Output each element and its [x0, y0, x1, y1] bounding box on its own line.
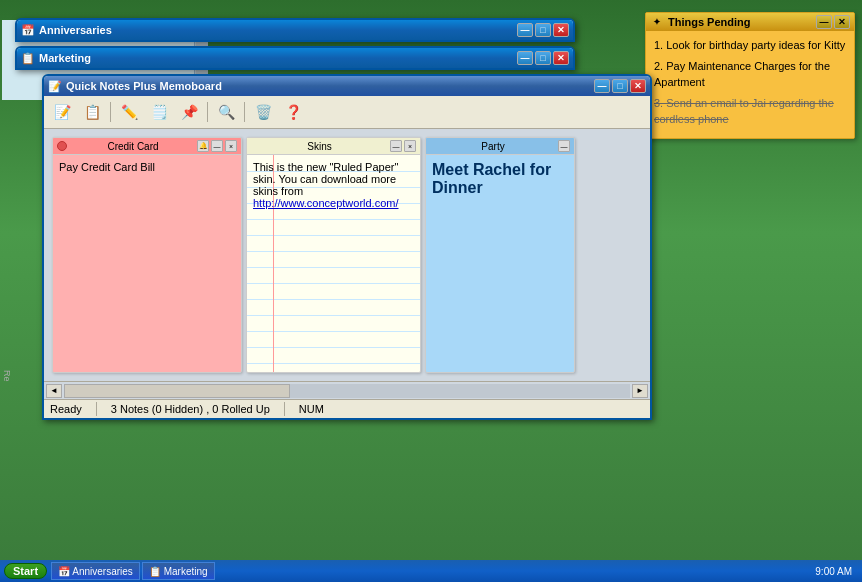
- notes-area: Credit Card 🔔 — × Pay Credit Card Bill S…: [44, 129, 650, 381]
- skins-note: Skins — ×: [246, 137, 421, 373]
- skins-note-link[interactable]: http://www.conceptworld.com/: [253, 197, 399, 209]
- skins-note-title: Skins: [251, 141, 388, 152]
- anniversaries-close-button[interactable]: ✕: [553, 23, 569, 37]
- taskbar-clock: 9:00 AM: [809, 566, 858, 577]
- status-separator-2: [284, 402, 285, 416]
- anniversaries-window: 📅 Anniversaries — □ ✕: [15, 18, 575, 42]
- marketing-window: 📋 Marketing — □ ✕: [15, 46, 575, 70]
- memoboard-content: Credit Card 🔔 — × Pay Credit Card Bill S…: [44, 129, 650, 399]
- marketing-icon: 📋: [21, 51, 35, 65]
- skins-note-body: This is the new "Ruled Paper" skin. You …: [247, 155, 420, 215]
- marketing-title: Marketing: [39, 52, 517, 64]
- credit-card-note-body: Pay Credit Card Bill: [53, 155, 241, 372]
- scrollbar-track[interactable]: [64, 384, 630, 398]
- toolbar-list-button[interactable]: 🗒️: [145, 99, 173, 125]
- anniversaries-maximize-button[interactable]: □: [535, 23, 551, 37]
- memoboard-title: Quick Notes Plus Memoboard: [66, 80, 594, 92]
- toolbar-separator-3: [244, 102, 245, 122]
- memoboard-scrollbar: ◄ ►: [44, 381, 650, 399]
- memoboard-titlebar[interactable]: 📝 Quick Notes Plus Memoboard — □ ✕: [44, 76, 650, 96]
- party-note-body: Meet Rachel for Dinner: [426, 155, 574, 372]
- memoboard-win-buttons: — □ ✕: [594, 79, 646, 93]
- skins-note-minimize-button[interactable]: —: [390, 140, 402, 152]
- anniversaries-win-buttons: — □ ✕: [517, 23, 569, 37]
- things-pending-minimize-button[interactable]: —: [816, 15, 832, 29]
- party-note: Party — Meet Rachel for Dinner: [425, 137, 575, 373]
- things-pending-window: ✦ Things Pending — ✕ 1. Look for birthda…: [645, 12, 855, 139]
- credit-card-note-bell-button[interactable]: 🔔: [197, 140, 209, 152]
- memoboard-minimize-button[interactable]: —: [594, 79, 610, 93]
- party-note-content: Meet Rachel for Dinner: [432, 161, 551, 196]
- marketing-maximize-button[interactable]: □: [535, 51, 551, 65]
- anniversaries-titlebar[interactable]: 📅 Anniversaries — □ ✕: [17, 20, 573, 40]
- marketing-win-buttons: — □ ✕: [517, 51, 569, 65]
- toolbar-help-button[interactable]: ❓: [279, 99, 307, 125]
- credit-card-note-dot: [57, 141, 67, 151]
- credit-card-note-titlebar[interactable]: Credit Card 🔔 — ×: [53, 138, 241, 155]
- scrollbar-left-button[interactable]: ◄: [46, 384, 62, 398]
- toolbar-separator-1: [110, 102, 111, 122]
- memoboard-window: 📝 Quick Notes Plus Memoboard — □ ✕ 📝 📋 ✏…: [42, 74, 652, 420]
- toolbar-boards-button[interactable]: 📋: [78, 99, 106, 125]
- toolbar-new-note-button[interactable]: 📝: [48, 99, 76, 125]
- credit-card-note-content: Pay Credit Card Bill: [59, 161, 155, 173]
- notes-with-shadow-minimize-button[interactable]: —: [170, 4, 186, 18]
- toolbar-search-button[interactable]: 🔍: [212, 99, 240, 125]
- marketing-titlebar[interactable]: 📋 Marketing — □ ✕: [17, 48, 573, 68]
- notes-with-shadow-title: Notes with Shadow: [6, 6, 170, 17]
- skins-note-titlebar[interactable]: Skins — ×: [247, 138, 420, 155]
- status-separator-1: [96, 402, 97, 416]
- credit-card-note: Credit Card 🔔 — × Pay Credit Card Bill: [52, 137, 242, 373]
- memoboard-status-bar: Ready 3 Notes (0 Hidden) , 0 Rolled Up N…: [44, 399, 650, 418]
- notes-with-shadow-win-buttons: — ✕: [170, 4, 204, 18]
- things-pending-titlebar[interactable]: ✦ Things Pending — ✕: [646, 13, 854, 31]
- pending-item-3: 3. Send an email to Jai regarding the co…: [654, 95, 846, 128]
- notes-with-shadow-close-button[interactable]: ✕: [188, 4, 204, 18]
- toolbar-separator-2: [207, 102, 208, 122]
- start-button[interactable]: Start: [4, 563, 47, 579]
- re-label: Re: [2, 370, 12, 382]
- party-note-minimize-button[interactable]: —: [558, 140, 570, 152]
- anniversaries-icon: 📅: [21, 23, 35, 37]
- skins-note-content: This is the new "Ruled Paper" skin. You …: [253, 161, 398, 197]
- credit-card-note-close-button[interactable]: ×: [225, 140, 237, 152]
- things-pending-icon: ✦: [650, 15, 664, 29]
- things-pending-title: Things Pending: [668, 16, 816, 28]
- scrollbar-thumb[interactable]: [64, 384, 290, 398]
- things-pending-close-button[interactable]: ✕: [834, 15, 850, 29]
- pending-item-2: 2. Pay Maintenance Charges for the Apart…: [654, 58, 846, 91]
- credit-card-note-title: Credit Card: [71, 141, 195, 152]
- taskbar-item-marketing[interactable]: 📋 Marketing: [142, 562, 215, 580]
- memoboard-close-button[interactable]: ✕: [630, 79, 646, 93]
- meeting-agenda-gear-icon: ✦: [5, 107, 13, 118]
- taskbar: Start 📅 Anniversaries 📋 Marketing 9:00 A…: [0, 560, 862, 582]
- taskbar-item-anniversaries[interactable]: 📅 Anniversaries: [51, 562, 140, 580]
- taskbar-items: 📅 Anniversaries 📋 Marketing: [51, 562, 805, 580]
- marketing-minimize-button[interactable]: —: [517, 51, 533, 65]
- anniversaries-minimize-button[interactable]: —: [517, 23, 533, 37]
- marketing-close-button[interactable]: ✕: [553, 51, 569, 65]
- things-pending-win-buttons: — ✕: [816, 15, 850, 29]
- toolbar-pin-button[interactable]: 📌: [175, 99, 203, 125]
- party-note-titlebar[interactable]: Party —: [426, 138, 574, 155]
- anniversaries-title: Anniversaries: [39, 24, 517, 36]
- status-notes-info: 3 Notes (0 Hidden) , 0 Rolled Up: [111, 402, 270, 416]
- skinnable-note-dot: [5, 205, 15, 215]
- status-num: NUM: [299, 402, 324, 416]
- scrollbar-right-button[interactable]: ►: [632, 384, 648, 398]
- party-note-title: Party: [430, 141, 556, 152]
- credit-card-note-minimize-button[interactable]: —: [211, 140, 223, 152]
- pending-item-1: 1. Look for birthday party ideas for Kit…: [654, 37, 846, 54]
- memoboard-icon: 📝: [48, 79, 62, 93]
- stick-note-dot: [5, 305, 15, 315]
- status-ready: Ready: [50, 402, 82, 416]
- memoboard-toolbar: 📝 📋 ✏️ 🗒️ 📌 🔍 🗑️ ❓: [44, 96, 650, 129]
- toolbar-text-button[interactable]: ✏️: [115, 99, 143, 125]
- things-pending-body: 1. Look for birthday party ideas for Kit…: [646, 31, 854, 138]
- skins-note-close-button[interactable]: ×: [404, 140, 416, 152]
- toolbar-trash-button[interactable]: 🗑️: [249, 99, 277, 125]
- memoboard-maximize-button[interactable]: □: [612, 79, 628, 93]
